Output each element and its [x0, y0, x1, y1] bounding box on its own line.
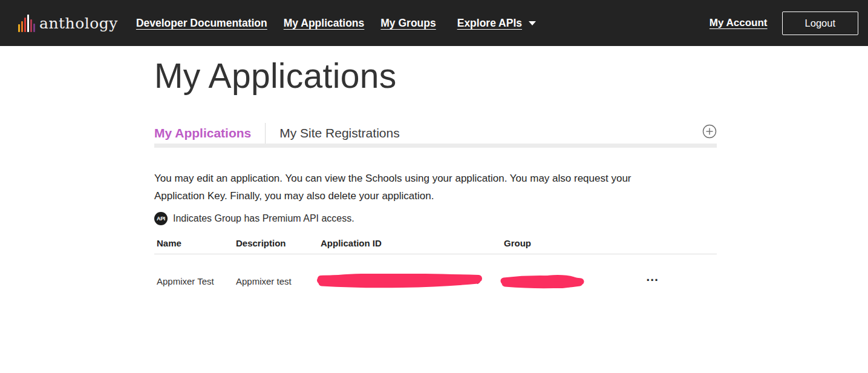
applications-table: Name Description Application ID Group Ap… [154, 238, 717, 288]
cell-app-name: Appmixer Test [157, 276, 236, 286]
group-fragment-right: SWIP [558, 276, 580, 286]
column-header-application-id: Application ID [321, 238, 504, 248]
nav-link-explore-apis-label: Explore APIs [457, 17, 522, 30]
chevron-down-icon [529, 21, 536, 25]
intro-line-1: You may edit an application. You can vie… [154, 170, 717, 187]
api-badge-icon: API [154, 212, 168, 225]
premium-api-note: API Indicates Group has Premium API acce… [154, 211, 717, 226]
tab-my-applications[interactable]: My Applications [154, 126, 251, 140]
application-id-fragment-left: bl59–55.04f [321, 276, 365, 286]
anthology-logo-bars-icon [18, 14, 35, 32]
group-fragments: CAMILE SWIP [504, 276, 580, 286]
table-header-row: Name Description Application ID Group [154, 238, 717, 254]
group-fragment-left: CAMILE [504, 276, 535, 286]
add-application-button[interactable] [702, 124, 717, 139]
tab-my-site-registrations[interactable]: My Site Registrations [279, 126, 399, 140]
anthology-logo-text: anthology [39, 15, 118, 32]
application-id-fragments: bl59–55.04f 9ce476-4fe244 [321, 276, 479, 286]
plus-circle-icon [702, 124, 717, 139]
column-header-description: Description [236, 238, 321, 248]
main-content: My Applications My Applications My Site … [0, 56, 717, 288]
top-navbar: anthology Developer Documentation My App… [0, 0, 868, 46]
cell-application-id-redacted: bl59–55.04f 9ce476-4fe244 [321, 276, 484, 288]
cell-group-redacted: CAMILE SWIP [504, 276, 586, 288]
column-header-name: Name [157, 238, 236, 248]
logout-button[interactable]: Logout [782, 12, 858, 35]
premium-note-text: Indicates Group has Premium API access. [173, 213, 354, 224]
intro-text: You may edit an application. You can vie… [154, 170, 717, 205]
tabs-row: My Applications My Site Registrations [154, 123, 717, 144]
row-actions-menu-button[interactable]: ⋯ [641, 276, 717, 283]
intro-line-2: Application Key. Finally, you may also d… [154, 187, 717, 205]
nav-link-my-groups[interactable]: My Groups [380, 17, 436, 30]
nav-link-my-applications[interactable]: My Applications [284, 17, 365, 30]
application-id-fragment-right: 9ce476-4fe244 [423, 276, 479, 286]
column-header-group: Group [504, 238, 641, 248]
nav-link-developer-documentation[interactable]: Developer Documentation [136, 17, 267, 30]
page-title: My Applications [154, 56, 717, 96]
my-account-link[interactable]: My Account [710, 17, 768, 29]
cell-app-description: Appmixer test [236, 276, 321, 286]
nav-link-explore-apis[interactable]: Explore APIs [457, 17, 536, 30]
anthology-logo[interactable]: anthology [18, 14, 118, 32]
tabs-underline-bar [154, 144, 717, 148]
main-nav-links: Developer Documentation My Applications … [136, 17, 536, 30]
table-row: Appmixer Test Appmixer test bl59–55.04f … [154, 254, 717, 288]
tab-divider [265, 123, 266, 144]
column-header-actions [641, 238, 717, 248]
